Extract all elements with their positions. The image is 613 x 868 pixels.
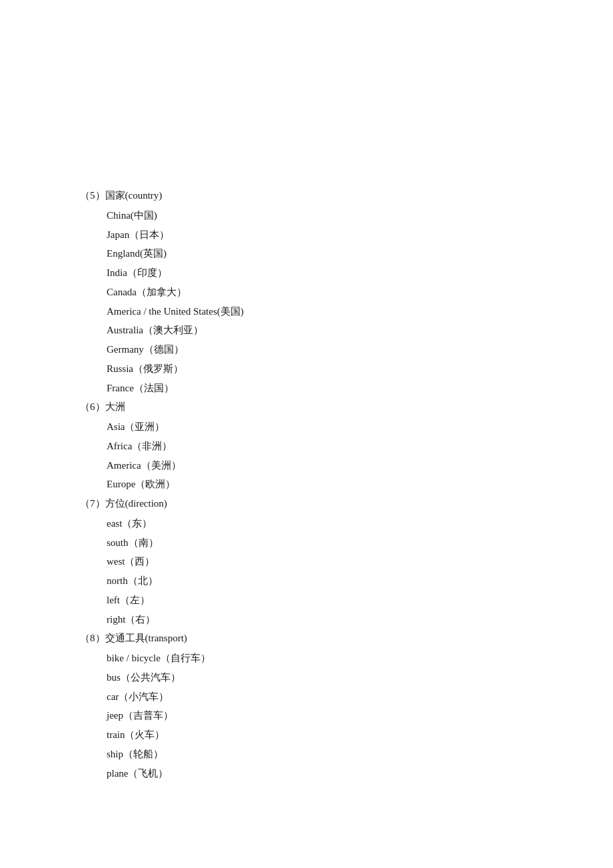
section5-item-6: Australia（澳大利亚） [107,321,613,340]
section5-item-9: France（法国） [107,379,613,398]
section8-item-5: ship（轮船） [107,745,613,764]
section8-item-1: bus（公共汽车） [107,669,613,687]
section8-item-4: train（火车） [107,726,613,745]
section5-item-8: Russia（俄罗斯） [107,360,613,379]
section6-item-3: Europe（欧洲） [107,475,613,494]
section8-item-2: car（小汽车） [107,688,613,707]
section5-item-4: Canada（加拿大） [107,283,613,302]
section7-item-1: south（南） [107,534,613,553]
section7-item-4: left（左） [107,591,613,610]
section5-item-1: Japan（日本） [107,226,613,245]
section6-header: （6）大洲 [80,398,613,417]
section6-item-2: America（美洲） [107,457,613,475]
section6-item-1: Africa（非洲） [107,437,613,456]
section5-item-0: China(中国) [107,207,613,225]
section8-item-3: jeep（吉普车） [107,707,613,725]
section5-item-5: America / the United States(美国) [107,303,613,321]
section5-item-3: India（印度） [107,264,613,283]
section5-header: （5）国家(country) [80,187,613,205]
section8-item-0: bike / bicycle（自行车） [107,649,613,668]
section7-item-5: right（右） [107,611,613,629]
section5-item-2: England(英国) [107,245,613,263]
section8-header: （8）交通工具(transport) [80,629,613,648]
section7-header: （7）方位(direction) [80,495,613,513]
section5-item-7: Germany（德国） [107,341,613,359]
section7-item-3: north（北） [107,572,613,591]
section8-item-6: plane（飞机） [107,765,613,783]
section6-item-0: Asia（亚洲） [107,418,613,437]
section7-item-2: west（西） [107,553,613,571]
section7-item-0: east（东） [107,515,613,533]
page-content: （5）国家(country) China(中国) Japan（日本） Engla… [0,0,613,783]
